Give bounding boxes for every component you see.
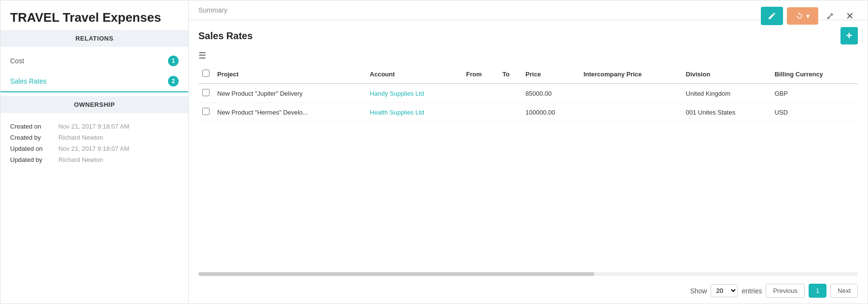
col-to: To [499, 65, 522, 84]
scrollbar-thumb[interactable] [198, 272, 594, 276]
add-icon: + [846, 29, 853, 42]
cell-division: 001 Unites States [682, 103, 771, 122]
select-all-checkbox[interactable] [202, 70, 210, 77]
cell-intercompany-price [580, 84, 682, 103]
ownership-section: Created on Nov 21, 2017 9:18:07 AM Creat… [0, 113, 188, 177]
sidebar-item-cost-label: Cost [10, 57, 24, 65]
col-billing-currency: Billing Currency [770, 65, 858, 84]
cell-intercompany-price [580, 103, 682, 122]
main-content: ▾ ⤢ ✕ Summary Sales Rates + ☰ [189, 0, 868, 304]
table-controls: ☰ [189, 48, 868, 65]
table-row: New Product "Jupiter" Delivery Handy Sup… [198, 84, 858, 103]
show-label: Show [690, 287, 707, 295]
action-icon [796, 12, 803, 20]
table-header-row: Project Account From To Price Intercompa… [198, 65, 858, 84]
row-checkbox-1[interactable] [202, 108, 210, 115]
sales-rates-table: Project Account From To Price Intercompa… [198, 65, 858, 122]
sidebar-item-cost-badge: 1 [168, 56, 179, 66]
show-entries-select[interactable]: 20 50 100 [711, 284, 738, 297]
cell-billing-currency: GBP [770, 84, 858, 103]
shrink-icon: ⤢ [826, 11, 834, 21]
edit-icon [768, 12, 776, 20]
col-intercompany-price: Intercompany Price [580, 65, 682, 84]
ownership-created-on: Created on Nov 21, 2017 9:18:07 AM [10, 123, 179, 130]
close-button[interactable]: ✕ [842, 6, 858, 26]
row-checkbox-cell [198, 103, 213, 122]
shrink-button[interactable]: ⤢ [822, 6, 838, 26]
edit-button[interactable] [761, 7, 783, 25]
ownership-updated-on: Updated on Nov 21, 2017 9:18:07 AM [10, 145, 179, 152]
sidebar-item-sales-rates-badge: 2 [168, 76, 179, 87]
dropdown-arrow: ▾ [806, 12, 810, 20]
cell-project: New Product "Hermes" Develo... [213, 103, 366, 122]
sidebar: TRAVEL Travel Expenses RELATIONS Cost 1 … [0, 0, 189, 304]
pagination-bar: Show 20 50 100 entries Previous 1 Next [189, 278, 868, 304]
col-price: Price [522, 65, 580, 84]
entries-label: entries [742, 287, 762, 295]
app-title: TRAVEL Travel Expenses [0, 0, 188, 30]
add-button[interactable]: + [840, 27, 858, 44]
col-project: Project [213, 65, 366, 84]
ownership-created-by: Created by Richard Newton [10, 134, 179, 141]
updated-by-label: Updated by [10, 156, 58, 163]
updated-by-value: Richard Newton [58, 156, 103, 163]
table-body: New Product "Jupiter" Delivery Handy Sup… [198, 84, 858, 122]
cell-from [462, 84, 498, 103]
hamburger-menu-icon[interactable]: ☰ [198, 51, 206, 60]
ownership-updated-by: Updated by Richard Newton [10, 156, 179, 163]
cell-account[interactable]: Handy Supplies Ltd [366, 84, 462, 103]
relations-header: RELATIONS [0, 30, 188, 47]
ownership-header: OWNERSHIP [0, 96, 188, 113]
table-wrapper: Project Account From To Price Intercompa… [189, 65, 868, 272]
cell-division: United Kingdom [682, 84, 771, 103]
cell-account[interactable]: Health Supplies Ltd [366, 103, 462, 122]
created-by-value: Richard Newton [58, 134, 103, 141]
col-account: Account [366, 65, 462, 84]
created-by-label: Created by [10, 134, 58, 141]
cell-to [499, 103, 522, 122]
row-checkbox-cell [198, 84, 213, 103]
updated-on-value: Nov 21, 2017 9:18:07 AM [58, 145, 129, 152]
col-checkbox [198, 65, 213, 84]
sales-rates-title: Sales Rates [198, 30, 252, 42]
previous-button[interactable]: Previous [766, 284, 805, 298]
cell-project: New Product "Jupiter" Delivery [213, 84, 366, 103]
row-checkbox-0[interactable] [202, 89, 210, 96]
top-bar: ▾ ⤢ ✕ [761, 6, 858, 26]
cell-price: 85000.00 [522, 84, 580, 103]
updated-on-label: Updated on [10, 145, 58, 152]
table-row: New Product "Hermes" Develo... Health Su… [198, 103, 858, 122]
created-on-value: Nov 21, 2017 9:18:07 AM [58, 123, 129, 130]
cell-price: 100000.00 [522, 103, 580, 122]
next-button[interactable]: Next [830, 284, 858, 298]
col-from: From [462, 65, 498, 84]
close-icon: ✕ [846, 11, 854, 21]
cell-from [462, 103, 498, 122]
sidebar-item-sales-rates[interactable]: Sales Rates 2 [0, 71, 188, 92]
col-division: Division [682, 65, 771, 84]
cell-billing-currency: USD [770, 103, 858, 122]
action-button[interactable]: ▾ [787, 7, 818, 25]
page-1-button[interactable]: 1 [809, 284, 826, 298]
sidebar-item-sales-rates-label: Sales Rates [10, 77, 46, 85]
created-on-label: Created on [10, 123, 58, 130]
relations-list: Cost 1 Sales Rates 2 [0, 47, 188, 96]
horizontal-scrollbar[interactable] [198, 272, 858, 276]
sidebar-item-cost[interactable]: Cost 1 [0, 51, 188, 71]
cell-to [499, 84, 522, 103]
